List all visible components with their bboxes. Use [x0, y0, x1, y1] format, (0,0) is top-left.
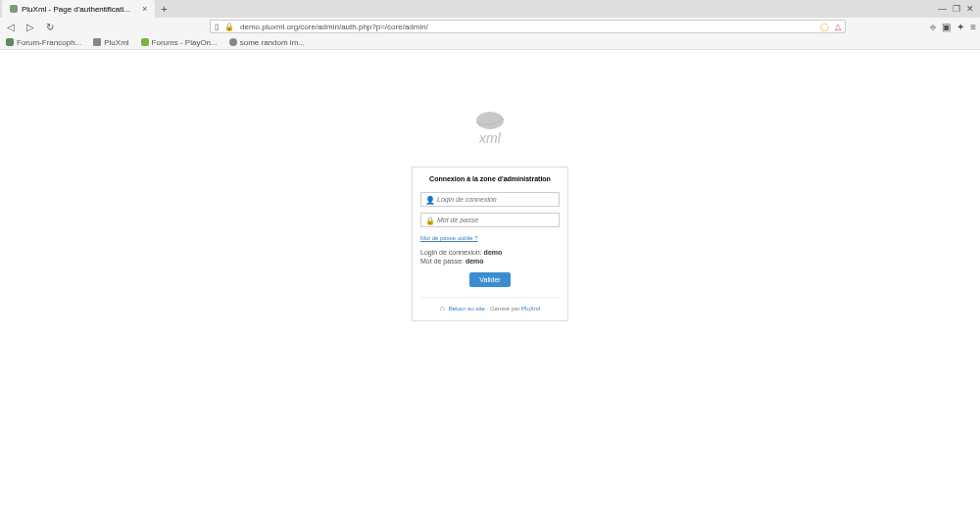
lock-icon: 🔒 — [425, 216, 435, 224]
bookmark-item[interactable]: PluXml — [93, 38, 128, 47]
close-window-icon[interactable]: ✕ — [966, 4, 974, 14]
tab-bar: PluXml - Page d'authentificati... × + — … — [0, 0, 980, 18]
tab-close-icon[interactable]: × — [142, 4, 147, 14]
forward-button[interactable]: ▷ — [24, 22, 37, 32]
home-icon: ⌂ — [440, 304, 445, 313]
minimize-icon[interactable]: — — [938, 4, 947, 14]
back-to-site-link[interactable]: Retour au site — [448, 306, 484, 312]
menu-icon[interactable]: ≡ — [970, 22, 976, 32]
footer-links: ⌂ Retour au site - Généré par PluXml — [420, 297, 560, 313]
address-bar[interactable]: ▯ 🔒 demo.pluxml.org/core/admin/auth.php?… — [210, 20, 846, 33]
shield-icon[interactable]: ◯ — [820, 23, 829, 31]
extensions-icon[interactable]: ✦ — [956, 22, 964, 32]
folder-icon — [93, 38, 101, 46]
login-input[interactable] — [420, 192, 560, 207]
login-hint: Login de connexion: demo — [420, 249, 560, 256]
page-content: xml Connexion à la zone d'administration… — [0, 50, 980, 321]
password-input[interactable] — [420, 213, 560, 227]
login-box: Connexion à la zone d'administration 👤 🔒… — [412, 167, 568, 321]
bookmark-page-icon[interactable]: ▯ — [215, 23, 219, 31]
bookmark-bar: Forum-Francoph... PluXml Forums - PlayOn… — [0, 35, 980, 50]
lock-icon: 🔒 — [224, 23, 234, 31]
tab-title: PluXml - Page d'authentificati... — [22, 5, 130, 14]
bookmark-item[interactable]: some random im... — [229, 38, 305, 47]
nav-bar: ◁ ▷ ↻ ▯ 🔒 demo.pluxml.org/core/admin/aut… — [0, 18, 980, 35]
bookmark-favicon — [6, 38, 14, 46]
password-field-wrap: 🔒 — [420, 213, 560, 227]
tab-favicon — [10, 5, 18, 13]
pluxml-logo-icon: xml — [461, 109, 519, 153]
submit-button[interactable]: Valider — [469, 272, 510, 287]
login-title: Connexion à la zone d'administration — [420, 175, 560, 182]
login-field-wrap: 👤 — [420, 192, 560, 207]
bookmark-icon[interactable]: ▣ — [942, 22, 951, 32]
profile-icon[interactable]: ⎆ — [930, 22, 936, 32]
back-button[interactable]: ◁ — [4, 22, 18, 32]
forgot-password-link[interactable]: Mot de passe oublié ? — [420, 235, 560, 241]
logo: xml — [0, 109, 980, 157]
browser-tab[interactable]: PluXml - Page d'authentificati... × — [2, 0, 155, 18]
pluxml-link[interactable]: PluXml — [521, 306, 540, 312]
url-text: demo.pluxml.org/core/admin/auth.php?p=/c… — [240, 23, 814, 31]
new-tab-button[interactable]: + — [161, 3, 167, 15]
bookmark-item[interactable]: Forums - PlayOn... — [141, 38, 218, 47]
maximize-icon[interactable]: ❐ — [953, 4, 960, 14]
brave-icon[interactable]: △ — [835, 23, 841, 31]
user-icon: 👤 — [425, 195, 435, 204]
window-controls: — ❐ ✕ — [938, 4, 980, 14]
reload-button[interactable]: ↻ — [43, 22, 57, 32]
svg-text:xml: xml — [478, 130, 502, 146]
bookmark-favicon — [229, 38, 237, 46]
bookmark-favicon — [141, 38, 149, 46]
bookmark-item[interactable]: Forum-Francoph... — [6, 38, 81, 47]
svg-point-0 — [476, 112, 504, 129]
password-hint: Mot de passe: demo — [420, 258, 560, 265]
